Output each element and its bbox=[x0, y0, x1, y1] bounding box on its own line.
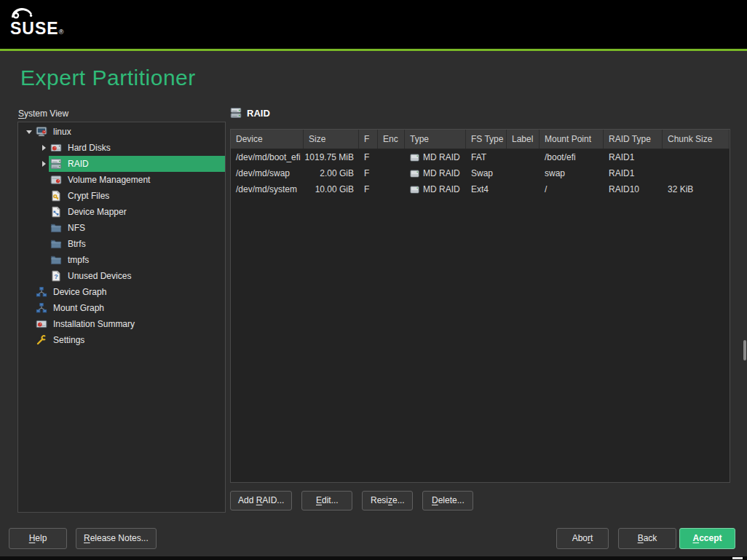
table-row[interactable]: /dev/md/system10.00 GiBFMD RAIDExt4/RAID… bbox=[231, 181, 730, 197]
table-row[interactable]: /dev/md/boot_efi1019.75 MiBFMD RAIDFAT/b… bbox=[231, 149, 730, 165]
column-header-type[interactable]: Type bbox=[405, 130, 466, 149]
tree-item-label: Btrfs bbox=[68, 239, 86, 249]
svg-text:?: ? bbox=[54, 273, 58, 280]
cell-enc bbox=[378, 165, 405, 181]
mount-graph-icon bbox=[36, 302, 48, 314]
cell-text: 10.00 GiB bbox=[315, 184, 354, 194]
expander-expanded-icon[interactable] bbox=[24, 130, 34, 134]
resize-button[interactable]: Resize... bbox=[362, 491, 413, 510]
tree-item-linux[interactable]: linux bbox=[18, 124, 225, 140]
cell-raid-type: RAID1 bbox=[604, 165, 663, 181]
cell-text: /dev/md/system bbox=[236, 184, 297, 194]
md-raid-icon bbox=[410, 185, 419, 194]
cell-text: 1019.75 MiB bbox=[305, 152, 354, 162]
column-header-f[interactable]: F bbox=[359, 130, 378, 149]
cell-mount-point: / bbox=[540, 181, 604, 197]
label-part: dit... bbox=[322, 495, 339, 505]
cell-size: 2.00 GiB bbox=[304, 165, 359, 181]
cell-format: F bbox=[359, 149, 378, 165]
tree-item-content: tmpfs bbox=[49, 252, 225, 268]
unused-icon: ? bbox=[50, 270, 63, 282]
label-mnemonic: D bbox=[432, 495, 438, 505]
device-graph-icon bbox=[36, 286, 48, 298]
edit-button[interactable]: Edit... bbox=[301, 491, 352, 510]
column-header-device[interactable]: Device bbox=[231, 130, 304, 149]
cell-text: F bbox=[364, 152, 369, 162]
cell-text: RAID10 bbox=[609, 184, 639, 194]
window-bottom-edge bbox=[0, 556, 747, 560]
raid-actions: Add RAID... Edit... Resize... Delete... bbox=[230, 491, 473, 510]
suse-chameleon-icon bbox=[10, 6, 63, 20]
tree-item-content: RAID bbox=[49, 156, 225, 172]
cell-label bbox=[507, 165, 540, 181]
window-bottom-edge-mark bbox=[732, 557, 743, 559]
label-part: e... bbox=[392, 495, 405, 505]
cell-label bbox=[507, 149, 540, 165]
tree-item-device-mapper[interactable]: Device Mapper bbox=[18, 204, 225, 220]
table-row[interactable]: /dev/md/swap2.00 GiBFMD RAIDSwapswapRAID… bbox=[231, 165, 730, 181]
tree-item-content: Settings bbox=[34, 332, 225, 348]
device-mapper-icon bbox=[50, 206, 63, 218]
tree-item-label: Device Mapper bbox=[68, 207, 127, 217]
window-scrollbar-thumb[interactable] bbox=[743, 340, 746, 360]
label-part: ccept bbox=[699, 533, 722, 543]
tree-item-content: ?Unused Devices bbox=[49, 268, 225, 284]
tree-item-label: tmpfs bbox=[68, 255, 89, 265]
release-notes-button[interactable]: Release Notes... bbox=[76, 528, 157, 549]
column-header-enc[interactable]: Enc bbox=[378, 130, 405, 149]
cell-text: F bbox=[364, 168, 369, 178]
label-part: ystem View bbox=[24, 109, 68, 119]
cell-text: /dev/md/swap bbox=[236, 168, 290, 178]
cell-label bbox=[507, 181, 540, 197]
tree-item-label: Device Graph bbox=[53, 287, 106, 297]
add-raid-button[interactable]: Add RAID... bbox=[230, 491, 292, 510]
cell-type: MD RAID bbox=[405, 181, 466, 197]
column-header-mount-point[interactable]: Mount Point bbox=[540, 130, 604, 149]
raid-icon bbox=[50, 158, 63, 170]
column-header-size[interactable]: Size bbox=[304, 130, 359, 149]
tree-item-tmpfs[interactable]: tmpfs bbox=[18, 252, 225, 268]
cell-size: 10.00 GiB bbox=[304, 181, 359, 197]
column-header-raid-type[interactable]: RAID Type bbox=[604, 130, 663, 149]
tree-item-settings[interactable]: Settings bbox=[18, 332, 225, 348]
wrench-icon bbox=[36, 334, 48, 346]
tree-item-crypt-files[interactable]: Crypt Files bbox=[18, 188, 225, 204]
tree-item-device-graph[interactable]: Device Graph bbox=[18, 284, 225, 300]
tree-item-installation-summary[interactable]: Installation Summary bbox=[18, 316, 225, 332]
tree-item-content: NFS bbox=[49, 220, 225, 236]
expander-collapsed-icon[interactable] bbox=[39, 161, 49, 167]
label-mnemonic: B bbox=[638, 533, 644, 543]
tree-item-mount-graph[interactable]: Mount Graph bbox=[18, 300, 225, 316]
cell-format: F bbox=[359, 181, 378, 197]
tree-item-content: Volume Management bbox=[49, 172, 225, 188]
tree-item-hard-disks[interactable]: Hard Disks bbox=[18, 140, 225, 156]
expander-collapsed-icon[interactable] bbox=[39, 145, 49, 151]
cell-text: /boot/efi bbox=[545, 152, 576, 162]
summary-icon bbox=[36, 318, 48, 330]
tree-item-btrfs[interactable]: Btrfs bbox=[18, 236, 225, 252]
back-button[interactable]: Back bbox=[618, 528, 676, 549]
cell-device: /dev/md/swap bbox=[231, 165, 304, 181]
abort-button[interactable]: Abort bbox=[556, 528, 609, 549]
cell-mount-point: /boot/efi bbox=[540, 149, 604, 165]
cell-text: 2.00 GiB bbox=[320, 168, 354, 178]
cell-fs-type: Ext4 bbox=[466, 181, 507, 197]
tree-item-raid[interactable]: RAID bbox=[18, 156, 225, 172]
accept-button[interactable]: Accept bbox=[679, 528, 735, 549]
cell-chunk-size: 32 KiB bbox=[663, 181, 730, 197]
help-button[interactable]: Help bbox=[9, 528, 67, 549]
column-header-fs-type[interactable]: FS Type bbox=[466, 130, 507, 149]
tree-item-unused-devices[interactable]: ?Unused Devices bbox=[18, 268, 225, 284]
cell-mount-point: swap bbox=[540, 165, 604, 181]
system-view-label: System View bbox=[18, 109, 68, 119]
delete-button[interactable]: Delete... bbox=[422, 491, 473, 510]
tree-item-nfs[interactable]: NFS bbox=[18, 220, 225, 236]
column-header-label[interactable]: Label bbox=[507, 130, 540, 149]
label-part: elete... bbox=[438, 495, 465, 505]
column-header-chunk-size[interactable]: Chunk Size bbox=[663, 130, 730, 149]
system-view-tree: linuxHard DisksRAIDVolume ManagementCryp… bbox=[18, 124, 225, 348]
tree-item-label: NFS bbox=[68, 223, 85, 233]
tree-item-content: Crypt Files bbox=[49, 188, 225, 204]
tree-item-volume-management[interactable]: Volume Management bbox=[18, 172, 225, 188]
raid-devices-table: DeviceSizeFEncTypeFS TypeLabelMount Poin… bbox=[230, 129, 730, 483]
